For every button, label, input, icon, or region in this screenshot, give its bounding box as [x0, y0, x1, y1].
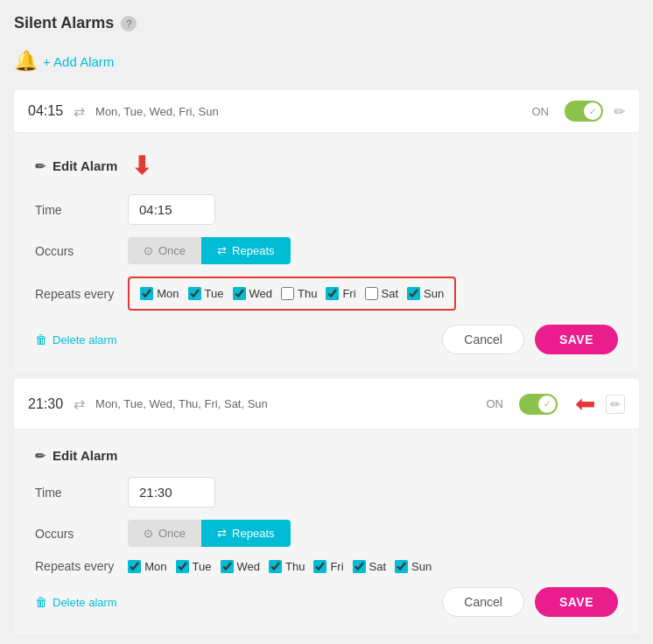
alarm-2-repeats-every-row: Repeats every Mon Tue Wed Thu Fri: [35, 559, 618, 573]
alarm-2-thu-label: Thu: [285, 560, 305, 573]
alarm-2-days-row: Mon Tue Wed Thu Fri Sat: [128, 560, 432, 573]
alarm-1-toggle-knob: ✓: [584, 102, 601, 120]
alarm-2-day-fri: Fri: [313, 560, 343, 573]
alarm-2-time: 21:30: [28, 396, 63, 412]
alarm-1-mon-checkbox[interactable]: [140, 287, 153, 300]
alarm-1-action-row: 🗑 Delete alarm Cancel SAVE: [35, 325, 618, 354]
alarm-2-time-label: Time: [35, 486, 114, 500]
repeats-icon-1: ⇄: [217, 244, 227, 257]
alarm-2-repeat-icon: ⇄: [74, 396, 85, 412]
page-title: Silent Alarms: [14, 14, 114, 32]
alarm-2-sat-checkbox[interactable]: [353, 560, 366, 573]
alarm-1-repeats-btn[interactable]: ⇄ Repeats: [201, 237, 290, 264]
alarm-2-day-sun: Sun: [395, 560, 432, 573]
arrow-down-indicator-1: ⬇: [131, 151, 151, 180]
help-icon[interactable]: ?: [121, 16, 137, 32]
alarm-2-occurs-label: Occurs: [35, 527, 114, 541]
alarm-1-edit-header: ✏ Edit Alarm ⬇: [35, 151, 618, 180]
alarm-2-edit-icon[interactable]: ✏: [606, 395, 625, 414]
alarm-2-action-row: 🗑 Delete alarm Cancel SAVE: [35, 587, 618, 617]
arrow-left-indicator-2: ⬅: [575, 389, 595, 418]
alarm-2-edit-panel: ✏ Edit Alarm Time Occurs ⊙ Once ⇄ Repeat…: [14, 430, 639, 634]
alarm-1-sun-checkbox[interactable]: [407, 287, 420, 300]
alarm-2-wed-label: Wed: [237, 560, 261, 573]
alarm-1-wed-checkbox[interactable]: [233, 287, 246, 300]
alarm-1-time-input[interactable]: [128, 194, 215, 225]
alarm-1-day-mon: Mon: [140, 287, 179, 300]
alarm-2-fri-label: Fri: [330, 560, 343, 573]
alarm-1-fri-label: Fri: [342, 287, 355, 300]
alarm-1-delete-label: Delete alarm: [53, 333, 117, 346]
alarm-1-toggle[interactable]: ✓: [565, 101, 603, 122]
page-header: Silent Alarms ?: [14, 14, 639, 32]
alarm-1-repeat-icon: ⇄: [74, 103, 85, 120]
alarm-1-occurs-label: Occurs: [35, 244, 114, 258]
alarm-2-edit-header: ✏ Edit Alarm: [35, 448, 618, 463]
alarm-2-wed-checkbox[interactable]: [221, 560, 234, 573]
alarm-2-occurs-row: Occurs ⊙ Once ⇄ Repeats: [35, 520, 618, 547]
pencil-icon-2: ✏: [35, 449, 46, 463]
alarm-1-sun-label: Sun: [424, 287, 444, 300]
alarm-2-edit-title: Edit Alarm: [53, 448, 117, 463]
alarm-2-save-button[interactable]: SAVE: [535, 587, 618, 617]
alarm-2-day-tue: Tue: [176, 560, 212, 573]
alarm-2-delete-label: Delete alarm: [53, 596, 117, 609]
alarm-2-toggle[interactable]: ✓: [519, 394, 558, 415]
alarm-1-repeats-every-label: Repeats every: [35, 287, 114, 301]
alarm-1-days: Mon, Tue, Wed, Fri, Sun: [95, 105, 521, 118]
alarm-2-day-sat: Sat: [353, 560, 387, 573]
add-alarm-label: + Add Alarm: [43, 54, 114, 69]
alarm-2-repeats-btn[interactable]: ⇄ Repeats: [201, 520, 290, 547]
alarm-2-cancel-button[interactable]: Cancel: [442, 587, 524, 617]
alarm-1-edit-icon[interactable]: ✏: [614, 103, 625, 120]
alarm-2-fri-checkbox[interactable]: [313, 560, 326, 573]
alarm-1-occurs-group: ⊙ Once ⇄ Repeats: [128, 237, 291, 264]
alarm-1-sat-checkbox[interactable]: [365, 287, 378, 300]
alarm-1-sat-label: Sat: [382, 287, 399, 300]
alarm-2-tue-label: Tue: [193, 560, 212, 573]
alarm-1-time-row: Time: [35, 194, 618, 225]
alarm-2-btn-group: Cancel SAVE: [442, 587, 618, 617]
alarm-1-on-label: ON: [532, 105, 550, 118]
alarm-2-once-btn[interactable]: ⊙ Once: [128, 520, 201, 547]
alarm-1-time-label: Time: [35, 203, 114, 217]
alarm-2-delete-button[interactable]: 🗑 Delete alarm: [35, 595, 117, 609]
alarm-1-once-label: Once: [158, 244, 186, 257]
alarm-2-row: 21:30 ⇄ Mon, Tue, Wed, Thu, Fri, Sat, Su…: [14, 379, 639, 429]
alarm-1-thu-checkbox[interactable]: [281, 287, 294, 300]
alarm-2-repeats-label: Repeats: [232, 527, 274, 540]
alarm-2-tue-checkbox[interactable]: [176, 560, 189, 573]
alarm-1-thu-label: Thu: [298, 287, 317, 300]
bell-icon: 🔔: [14, 50, 38, 73]
alarm-2-sun-label: Sun: [411, 560, 432, 573]
alarm-1-fri-checkbox[interactable]: [326, 287, 339, 300]
alarm-1-day-tue: Tue: [188, 287, 224, 300]
alarm-1-wed-label: Wed: [249, 287, 273, 300]
alarm-2-mon-checkbox[interactable]: [128, 560, 141, 573]
repeats-icon-2: ⇄: [217, 527, 227, 540]
pencil-icon-1: ✏: [35, 159, 46, 173]
alarm-1-day-sat: Sat: [365, 287, 399, 300]
alarm-1-delete-button[interactable]: 🗑 Delete alarm: [35, 332, 117, 346]
alarm-2-day-thu: Thu: [269, 560, 305, 573]
alarm-2-time-input[interactable]: [128, 477, 215, 508]
alarm-1-tue-checkbox[interactable]: [188, 287, 201, 300]
alarm-2-sat-label: Sat: [369, 560, 387, 573]
alarm-1-edit-title: Edit Alarm: [53, 158, 117, 173]
alarm-1-occurs-row: Occurs ⊙ Once ⇄ Repeats: [35, 237, 618, 264]
alarm-2-sun-checkbox[interactable]: [395, 560, 408, 573]
trash-icon-1: 🗑: [35, 332, 47, 346]
alarm-2-thu-checkbox[interactable]: [269, 560, 282, 573]
alarm-1-save-button[interactable]: SAVE: [535, 325, 618, 354]
alarm-2-day-wed: Wed: [221, 560, 261, 573]
once-toggle-icon-2: ⊙: [144, 527, 153, 540]
alarm-2-toggle-knob: ✓: [538, 396, 556, 413]
alarm-1-once-btn[interactable]: ⊙ Once: [128, 237, 201, 264]
alarm-1-repeats-label: Repeats: [232, 244, 274, 257]
alarm-1-time: 04:15: [28, 103, 63, 119]
alarm-2-day-mon: Mon: [128, 560, 166, 573]
alarm-2-repeats-every-label: Repeats every: [35, 559, 114, 573]
alarm-1-day-wed: Wed: [233, 287, 273, 300]
alarm-1-cancel-button[interactable]: Cancel: [442, 325, 524, 354]
add-alarm-button[interactable]: 🔔 + Add Alarm: [14, 46, 639, 76]
